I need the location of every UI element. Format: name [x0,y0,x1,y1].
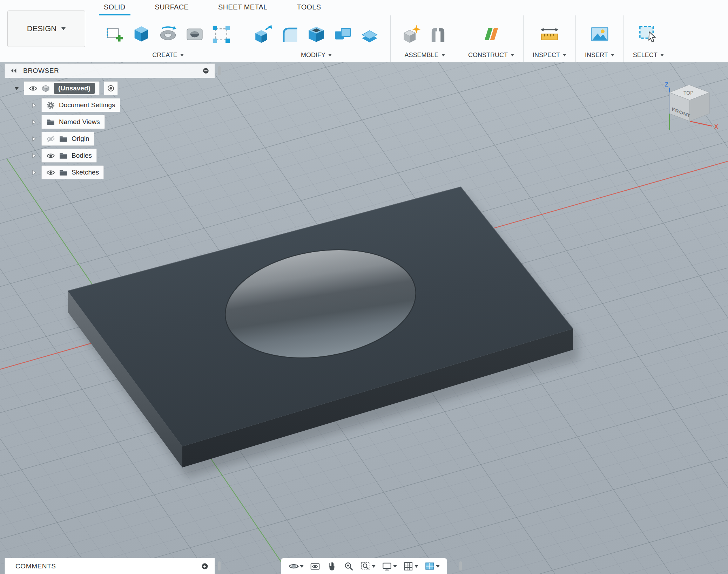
tab-solid[interactable]: SOLID [99,0,130,15]
document-settings-item[interactable]: Document Settings [41,98,120,112]
chevron-down-icon [328,54,332,56]
sketches-item[interactable]: Sketches [41,165,104,179]
collapsed-caret-icon[interactable] [31,136,37,142]
construction-plane-icon[interactable] [480,21,503,48]
inspect-menu[interactable]: INSPECT [533,52,566,62]
group-inspect: INSPECT [523,15,575,62]
origin-item[interactable]: Origin [41,132,94,146]
browser-header: BROWSER [5,63,215,78]
select-menu[interactable]: SELECT [633,52,664,62]
add-comment-icon[interactable] [201,562,209,570]
tab-tools[interactable]: TOOLS [292,0,326,15]
visibility-eye-icon[interactable] [29,84,38,93]
pan-icon[interactable] [325,560,339,572]
collapsed-caret-icon[interactable] [31,153,37,159]
collapsed-caret-icon[interactable] [31,119,37,125]
measure-icon[interactable] [538,21,561,48]
look-at-icon[interactable] [308,560,322,572]
grid-settings-icon[interactable] [402,560,420,572]
fillet-icon[interactable] [278,21,301,48]
viewcube-x-axis [690,121,712,126]
chevron-down-icon [393,565,397,569]
group-insert: INSERT [575,15,623,62]
chevron-down-icon [660,54,664,56]
visibility-eye-icon[interactable] [46,151,55,160]
fit-icon[interactable] [359,560,377,572]
design-workspace-dropdown[interactable]: DESIGN [7,11,85,47]
combine-icon[interactable] [331,21,355,48]
joint-icon[interactable] [426,21,450,48]
toolbar-groups: CREATE MODIFY ASSEMBLE CONSTRUCT [94,15,673,62]
tab-surface[interactable]: SURFACE [150,0,194,15]
expand-caret-icon[interactable] [14,86,20,91]
hole-icon[interactable] [183,21,206,48]
comments-panel[interactable]: COMMENTS [5,558,215,574]
chevron-down-icon [372,565,376,569]
root-document-item[interactable]: (Unsaved) [24,81,100,95]
chevron-down-icon [436,565,440,569]
top-toolbar: DESIGN SOLID SURFACE SHEET METAL TOOLS C… [0,0,728,62]
gear-icon [46,101,55,110]
tree-row-document-settings: Document Settings [5,98,215,112]
bodies-item[interactable]: Bodies [41,149,97,163]
create-menu[interactable]: CREATE [152,52,184,62]
tree-row-root: (Unsaved) [5,81,215,95]
create-sketch-icon[interactable] [103,21,126,48]
named-views-item[interactable]: Named Views [41,115,105,129]
collapsed-caret-icon[interactable] [31,170,37,176]
rectangular-pattern-icon[interactable] [210,21,233,48]
group-select: SELECT [623,15,673,62]
chevron-down-icon [180,54,184,56]
chevron-down-icon [611,54,614,56]
orbit-icon[interactable] [287,560,305,572]
extrude-icon[interactable] [130,21,153,48]
chevron-down-icon [563,54,566,56]
tree-row-bodies: Bodies [5,149,215,163]
browser-title: BROWSER [23,67,196,75]
chevron-down-icon [300,565,304,569]
z-axis-label: Z [665,82,668,88]
display-settings-icon[interactable] [380,560,399,572]
activate-component-radio[interactable] [104,81,118,95]
document-title: (Unsaved) [54,83,95,94]
folder-icon [59,135,68,143]
navigation-toolbar [281,558,447,574]
folder-icon [59,151,68,160]
comments-grip-handle[interactable] [218,561,221,570]
zoom-icon[interactable] [342,560,356,572]
collapsed-caret-icon[interactable] [31,102,37,108]
group-construct: CONSTRUCT [459,15,523,62]
select-icon[interactable] [637,21,660,48]
visibility-eye-icon[interactable] [46,168,55,177]
group-create: CREATE [94,15,242,62]
chevron-down-icon [441,54,445,56]
assemble-menu[interactable]: ASSEMBLE [404,52,445,62]
visibility-eye-off-icon[interactable] [46,135,55,143]
tab-sheet-metal[interactable]: SHEET METAL [213,0,272,15]
modify-menu[interactable]: MODIFY [301,52,332,62]
revolve-icon[interactable] [156,21,180,48]
construct-menu[interactable]: CONSTRUCT [468,52,514,62]
toolbar-tabs: SOLID SURFACE SHEET METAL TOOLS [99,0,326,15]
browser-grip-handle[interactable] [218,66,221,75]
tree-row-named-views: Named Views [5,115,215,129]
insert-image-icon[interactable] [588,21,611,48]
navbar-grip-handle[interactable] [459,561,462,570]
model-plate[interactable] [68,187,579,478]
minimize-panel-icon[interactable] [202,67,210,75]
x-axis-label: X [714,124,718,130]
view-cube[interactable]: TOP FRONT Z X [655,77,724,140]
collapse-panel-icon[interactable] [10,67,18,75]
insert-menu[interactable]: INSERT [585,52,614,62]
chevron-down-icon [511,54,514,56]
viewports-icon[interactable] [423,560,441,572]
group-modify: MODIFY [242,15,390,62]
folder-icon [59,168,68,177]
viewcube-top-label: TOP [683,90,694,96]
shell-icon[interactable] [305,21,328,48]
press-pull-icon[interactable] [251,21,275,48]
folder-icon [46,118,55,127]
comments-label: COMMENTS [15,562,201,570]
new-component-icon[interactable] [400,21,423,48]
offset-face-icon[interactable] [358,21,381,48]
